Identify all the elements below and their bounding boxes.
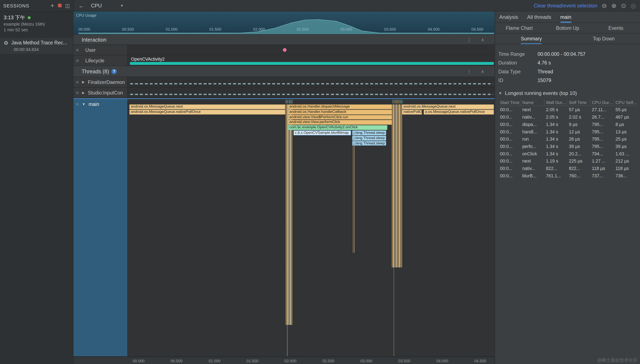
back-icon[interactable]: ← [78,2,84,9]
table-row[interactable]: 00:0...perfo...1.34 s39 µs795...39 µs [498,143,638,150]
tab-main[interactable]: main [560,11,571,22]
flame-chart[interactable]: android.os.MessageQueue.nextandroid.os.H… [128,104,495,356]
column-header[interactable]: CPU Dur... [590,99,614,106]
activity-name: OpenCVActivity2 [131,57,165,62]
session-artifact[interactable]: ⚙ Java Method Trace Rec... 00:00:34.834 [0,38,73,54]
more-options-icon[interactable]: ⋮ [467,68,472,74]
clear-selection-link[interactable]: Clear thread/event selection [534,3,597,8]
flame-bar[interactable]: android.os.MessageQueue.next [129,104,285,109]
activity-lifecycle-bar[interactable] [130,62,494,65]
thread-row-main: ≡ ▼ main android.os.MessageQueue.nextand… [73,98,495,357]
flame-bar[interactable]: android.view.View$PerformClick.run [288,115,392,120]
flame-bar[interactable]: com.bc.example.OpenCVActivity2.onClick [288,125,387,130]
flame-bar[interactable]: android.os.MessageQueue.nativePollOnce [129,110,285,114]
thread-label-main[interactable]: ≡ ▼ main [73,99,128,356]
flame-bar[interactable]: c.b.s.OpenCVSample.blurBitmap [294,130,351,135]
table-row[interactable]: 00:0...run1.34 s26 µs795...25 µs [498,135,638,143]
drag-handle-icon[interactable]: ≡ [76,102,79,107]
table-row[interactable]: 00:0...nativ...822...822...118 µs118 µs [498,165,638,172]
watermark: @稀土掘金技术社区 [597,357,637,363]
flame-bar[interactable]: j.lang.Thread.sleep [352,136,386,140]
stop-recording-icon[interactable] [58,4,61,7]
flame-bar[interactable]: android.os.Handler.handleCallback [288,110,392,114]
lifecycle-row-label[interactable]: ≡ Lifecycle [73,56,128,66]
process-dropdown-label: CPU [91,3,102,8]
add-session-icon[interactable]: + [51,2,54,9]
table-row[interactable]: 00:0...onClick1.34 s20.2...794...1.63 ..… [498,150,638,158]
collapse-section-icon[interactable]: ∧ [481,37,484,42]
flame-bar[interactable]: a.os.MessageQueue.nativePollOnce [424,110,494,114]
table-cell: 760... [567,173,590,178]
state-marks [286,100,293,103]
table-row[interactable]: 00:0...nativ...2.05 s2.02 s26.7...467 µs [498,113,638,121]
table-cell: 1.19 s [544,158,567,164]
table-row[interactable]: 00:0...dispa...1.34 s9 µs795...8 µs [498,121,638,128]
column-header[interactable]: Name [521,99,544,106]
more-options-icon[interactable]: ⋮ [467,36,472,43]
tab-bottom-up[interactable]: Bottom Up [543,23,592,33]
flame-bar[interactable]: j.lang.Thread.sleep [352,130,386,135]
longest-events-header[interactable]: ▼ Longest running events (top 10) [495,85,640,99]
flame-bar[interactable]: android.os.MessageQueue.next [402,104,494,109]
tab-events[interactable]: Events [592,23,640,33]
drag-handle-icon[interactable]: ≡ [76,58,79,64]
column-header[interactable]: Wall Dur... [544,99,567,106]
table-cell: 00:0... [498,173,521,178]
drag-handle-icon[interactable]: ≡ [76,47,79,53]
bottom-timeline-bar[interactable]: 00.00000.50001.00001.50002.00002.50003.0… [73,356,495,364]
longest-events-table: Start TimeNameWall Dur...Self TimeCPU Du… [498,99,638,180]
expand-arrow-icon[interactable]: ▶ [82,80,85,84]
summary-row: Duration 4.76 s [495,58,640,67]
zoom-out-icon[interactable]: ⊖ [602,2,607,9]
zoom-to-selection-icon[interactable]: ◎ [630,2,636,9]
main-thread-track[interactable]: android.os.MessageQueue.nextandroid.os.H… [128,99,495,356]
gear-icon: ⚙ [4,40,8,52]
flame-bar[interactable]: android.os.Handler.dispatchMessage [288,104,392,109]
tab-summary[interactable]: Summary [495,34,567,44]
summary-label: Data Type [495,69,538,74]
collapse-arrow-icon[interactable]: ▼ [82,102,85,106]
reset-zoom-icon[interactable]: ⊙ [621,2,626,9]
column-header[interactable]: Self Time [567,99,590,106]
column-header[interactable]: Start Time [498,99,521,106]
thread-state-track[interactable] [128,77,495,87]
zoom-in-icon[interactable]: ⊕ [611,2,616,9]
drag-handle-icon[interactable]: ≡ [76,90,79,96]
lifecycle-track[interactable]: OpenCVActivity2 [128,56,495,66]
process-dropdown[interactable]: CPU ▼ [91,3,124,8]
cpu-usage-chart[interactable]: CPU Usage 00.00000.50001.00001.50002.000… [73,12,495,35]
table-row[interactable]: 00:0...blurB...761.1...760...737...736..… [498,172,638,180]
timeline-tick: 04.500 [474,359,486,363]
table-cell: 00:0... [498,151,521,156]
session-time: 3:13 下午 [4,14,25,21]
tab-all-threads[interactable]: All threads [527,11,551,22]
drag-handle-icon[interactable]: ≡ [76,80,79,85]
collapse-triangle-icon[interactable]: ▼ [498,91,502,95]
tab-top-down[interactable]: Top Down [568,34,640,44]
user-row-label[interactable]: ≡ User [73,45,128,55]
column-header[interactable]: CPU Self... [614,99,638,106]
expand-arrow-icon[interactable]: ▶ [82,91,85,94]
table-row[interactable]: 00:0...handl...1.34 s12 µs795...13 µs [498,128,638,136]
analysis-panel: Analysis All threads main Flame Chart Bo… [495,12,640,364]
collapse-section-icon[interactable]: ∧ [481,69,484,74]
thread-row-finalizerdaemon: ≡ ▶ FinalizerDaemon [73,77,495,88]
user-events-track[interactable] [128,45,495,55]
thread-state-track[interactable] [128,88,495,98]
touch-event-dot[interactable] [283,48,286,52]
interaction-title: Interaction [82,36,106,43]
tab-flame-chart[interactable]: Flame Chart [495,23,543,33]
threads-section-header[interactable]: Threads (8) ? ⋮ ∧ [73,66,495,77]
flame-bar[interactable]: j.lang.Thread.sleep [352,141,386,146]
thread-label[interactable]: ≡ ▶ Studio:InputCon [73,88,128,98]
flame-bar[interactable]: nativePollOnce [402,110,422,114]
interaction-section-header[interactable]: Interaction ⋮ ∧ [73,35,495,45]
session-entry[interactable]: 3:13 下午 example (Meizu 16th) 1 min 52 se… [0,12,73,35]
flame-bar[interactable]: android.view.View.performClick [288,120,392,125]
thread-label[interactable]: ≡ ▶ FinalizerDaemon [73,77,128,87]
collapse-sessions-icon[interactable]: ◫ [65,3,70,8]
timeline-tick: 03.000 [360,359,372,363]
table-row[interactable]: 00:0...next1.19 s225 µs1.27 ...212 µs [498,157,638,165]
table-row[interactable]: 00:0...next2.05 s57 µs27.11...55 µs [498,106,638,113]
help-icon[interactable]: ? [112,69,117,74]
